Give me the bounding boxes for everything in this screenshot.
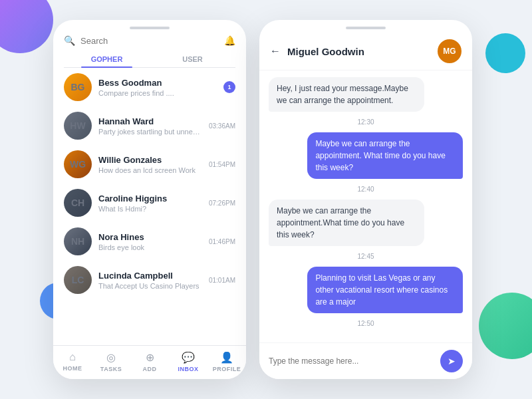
notch-left [53, 20, 246, 33]
avatar: NH [64, 227, 92, 255]
msg-meta: 01:01AM [209, 277, 235, 284]
msg-meta: 07:26PM [209, 200, 235, 207]
msg-name: Hannah Ward [98, 116, 202, 126]
notch-bar-right [346, 27, 386, 29]
profile-nav-label: PROFILE [213, 366, 241, 372]
tasks-nav-icon: ◎ [106, 351, 116, 364]
home-nav-label: HOME [63, 365, 82, 372]
unread-badge: 1 [223, 81, 235, 93]
nav-item-add[interactable]: ⊕ ADD [130, 346, 169, 379]
chat-msg-received: Hey, I just read your message.Maybe we c… [269, 77, 424, 112]
msg-name: Willie Gonzales [98, 155, 202, 165]
blob-teal [485, 33, 525, 73]
send-button[interactable]: ➤ [440, 350, 463, 372]
left-phone: 🔍 🔔 GOPHER USER BG Bess Goodman Compare … [53, 20, 246, 379]
notch-right [259, 20, 472, 33]
tab-gopher[interactable]: GOPHER [64, 51, 150, 67]
msg-meta: 1 [223, 81, 235, 93]
tabs: GOPHER USER [64, 51, 235, 68]
msg-content: Willie Gonzales How does an lcd screen W… [98, 155, 202, 174]
msg-meta: 01:54PM [209, 161, 235, 168]
list-item[interactable]: BG Bess Goodman Compare prices find ....… [53, 68, 246, 106]
notch-bar [130, 27, 170, 29]
chat-header: ← Miguel Goodwin MG [259, 33, 472, 70]
tab-user[interactable]: USER [150, 51, 235, 67]
nav-item-inbox[interactable]: 💬 INBOX [169, 346, 207, 379]
avatar: CH [64, 189, 92, 217]
msg-time: 01:01AM [209, 277, 235, 284]
msg-name: Lucinda Campbell [98, 271, 202, 281]
msg-preview: Birds eye look [98, 243, 202, 251]
msg-time: 01:54PM [209, 161, 235, 168]
search-bar: 🔍 🔔 [53, 33, 246, 51]
chat-msg-sent: Planning to visit Las Vegas or any other… [307, 267, 463, 313]
phones-container: 🔍 🔔 GOPHER USER BG Bess Goodman Compare … [53, 20, 479, 379]
msg-preview: Party jokes startling but unnecessary [98, 128, 202, 136]
msg-content: Caroline Higgins What Is Hdmi? [98, 194, 202, 213]
msg-time: 01:46PM [209, 238, 235, 245]
avatar: HW [64, 112, 92, 140]
search-icon: 🔍 [64, 35, 75, 46]
add-nav-label: ADD [143, 366, 157, 372]
chat-body: Hey, I just read your message.Maybe we c… [259, 70, 472, 350]
msg-meta: 01:46PM [209, 238, 235, 245]
list-item[interactable]: LC Lucinda Campbell That Accept Us Casin… [53, 261, 246, 299]
search-input[interactable] [80, 36, 219, 46]
avatar: WG [64, 150, 92, 178]
msg-preview: How does an lcd screen Work [98, 166, 202, 174]
msg-preview: What Is Hdmi? [98, 205, 202, 213]
msg-meta: 03:36AM [209, 122, 235, 130]
chat-timestamp: 12:45 [269, 253, 463, 260]
avatar: BG [64, 73, 92, 101]
home-nav-icon: ⌂ [69, 351, 76, 363]
avatar: LC [64, 266, 92, 294]
msg-content: Nora Hines Birds eye look [98, 232, 202, 251]
chat-contact-name: Miguel Goodwin [287, 46, 431, 57]
chat-msg-received: Maybe we can arrange the appointment.Wha… [269, 200, 424, 246]
msg-content: Lucinda Campbell That Accept Us Casino P… [98, 271, 202, 290]
msg-name: Caroline Higgins [98, 194, 202, 203]
add-nav-icon: ⊕ [146, 351, 154, 364]
nav-item-profile[interactable]: 👤 PROFILE [207, 346, 246, 379]
list-item[interactable]: WG Willie Gonzales How does an lcd scree… [53, 145, 246, 184]
bottom-nav: ⌂ HOME ◎ TASKS ⊕ ADD 💬 INBOX 👤 PROFILE [53, 345, 246, 379]
chat-input[interactable] [269, 356, 435, 366]
chat-input-bar: ➤ [259, 342, 472, 379]
msg-content: Hannah Ward Party jokes startling but un… [98, 116, 202, 136]
profile-nav-icon: 👤 [220, 351, 233, 364]
msg-name: Bess Goodman [98, 78, 217, 88]
list-item[interactable]: CH Caroline Higgins What Is Hdmi? 07:26P… [53, 184, 246, 222]
inbox-nav-icon: 💬 [182, 351, 195, 364]
back-button[interactable]: ← [270, 45, 281, 57]
chat-msg-sent: Maybe we can arrange the appointment. Wh… [307, 132, 463, 179]
nav-item-home[interactable]: ⌂ HOME [53, 346, 92, 379]
list-item[interactable]: HW Hannah Ward Party jokes startling but… [53, 106, 246, 145]
tasks-nav-label: TASKS [100, 366, 122, 372]
nav-item-tasks[interactable]: ◎ TASKS [92, 346, 130, 379]
message-list: BG Bess Goodman Compare prices find ....… [53, 68, 246, 321]
msg-name: Nora Hines [98, 232, 202, 242]
blob-green [479, 293, 532, 359]
chat-timestamp: 12:40 [269, 186, 463, 193]
inbox-nav-label: INBOX [178, 366, 198, 372]
chat-contact-avatar[interactable]: MG [438, 39, 462, 63]
chat-timestamp: 12:30 [269, 118, 463, 126]
list-item[interactable]: NH Nora Hines Birds eye look 01:46PM [53, 222, 246, 261]
msg-time: 07:26PM [209, 200, 235, 207]
right-phone: ← Miguel Goodwin MG Hey, I just read you… [259, 20, 472, 379]
blob-purple [0, 0, 53, 53]
msg-preview: That Accept Us Casino Players [98, 282, 202, 290]
msg-content: Bess Goodman Compare prices find .... [98, 78, 217, 97]
chat-timestamp: 12:50 [269, 320, 463, 327]
msg-preview: Compare prices find .... [98, 89, 217, 97]
msg-time: 03:36AM [209, 122, 235, 130]
bell-icon[interactable]: 🔔 [224, 35, 235, 46]
